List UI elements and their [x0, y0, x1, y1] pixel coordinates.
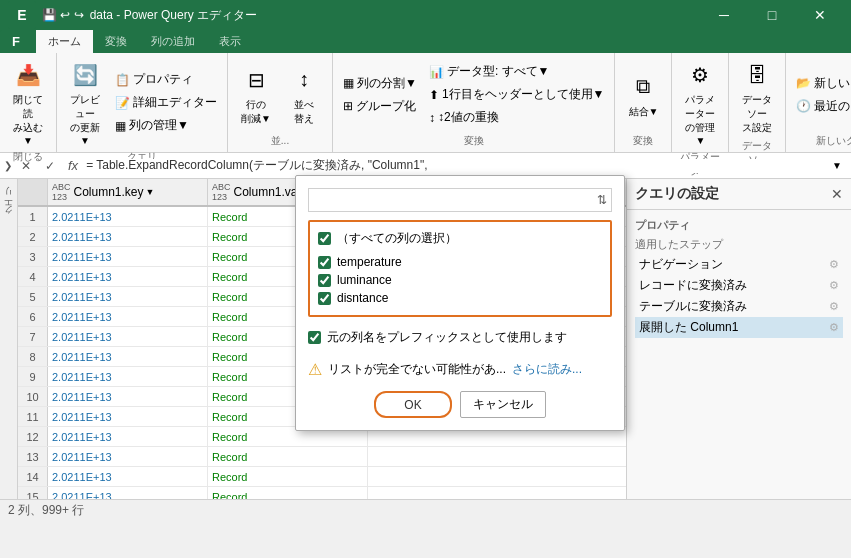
dialog-all-select-row: （すべての列の選択） — [318, 230, 602, 247]
dialog-sort-button[interactable]: ⇅ — [593, 193, 611, 207]
warning-icon: ⚠ — [308, 360, 322, 379]
disntance-checkbox[interactable] — [318, 292, 331, 305]
all-select-checkbox[interactable] — [318, 232, 331, 245]
dialog-cancel-button[interactable]: キャンセル — [460, 391, 546, 418]
dialog-prefix-row: 元の列名をプレフィックスとして使用します — [308, 325, 612, 350]
warning-text: リストが完全でない可能性があ... — [328, 361, 506, 378]
dialog-ok-button[interactable]: OK — [374, 391, 451, 418]
luminance-label: luminance — [337, 273, 392, 287]
luminance-row: luminance — [318, 271, 602, 289]
dialog-overlay: ⇅ （すべての列の選択） temperature luminance disnt… — [0, 0, 851, 558]
temperature-row: temperature — [318, 253, 602, 271]
warning-link[interactable]: さらに読み... — [512, 361, 582, 378]
temperature-label: temperature — [337, 255, 402, 269]
temperature-checkbox[interactable] — [318, 256, 331, 269]
all-select-label: （すべての列の選択） — [337, 230, 457, 247]
prefix-checkbox[interactable] — [308, 331, 321, 344]
dialog-columns-area: （すべての列の選択） temperature luminance disntan… — [308, 220, 612, 317]
dialog-search-container: ⇅ — [308, 188, 612, 212]
luminance-checkbox[interactable] — [318, 274, 331, 287]
dialog-buttons: OK キャンセル — [308, 391, 612, 418]
disntance-row: disntance — [318, 289, 602, 307]
dialog-warning-row: ⚠ リストが完全でない可能性があ... さらに読み... — [308, 356, 612, 383]
expand-dialog: ⇅ （すべての列の選択） temperature luminance disnt… — [295, 175, 625, 431]
disntance-label: disntance — [337, 291, 388, 305]
dialog-search-input[interactable] — [309, 193, 593, 207]
prefix-label: 元の列名をプレフィックスとして使用します — [327, 329, 567, 346]
